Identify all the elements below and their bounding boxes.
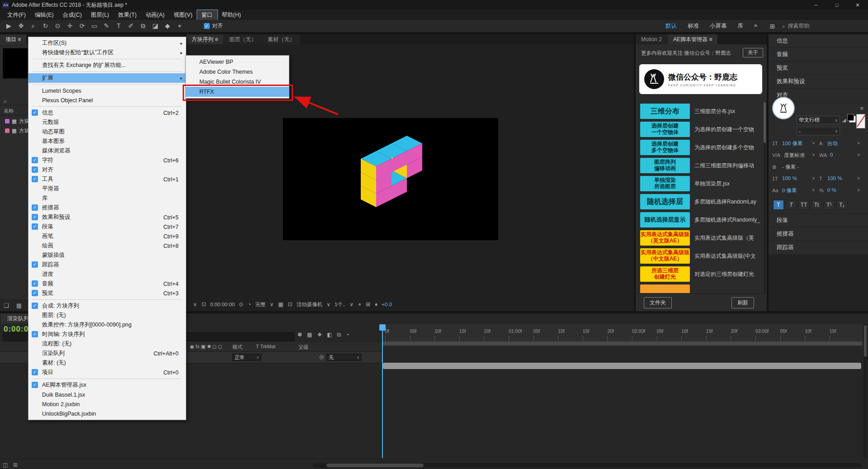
window-menu-item-1[interactable]: 将快捷键分配给“默认”工作区▸: [28, 48, 186, 57]
tracking-value[interactable]: 0: [830, 152, 833, 157]
pixel-aspect-icon[interactable]: ⌖: [358, 301, 361, 308]
text-style-toggle-0[interactable]: T: [773, 200, 784, 210]
script-button-7[interactable]: 实用表达式集高级版（英文版AE）: [640, 230, 690, 246]
menubar-item-1[interactable]: 编辑(E): [30, 10, 58, 20]
panel-header-音频[interactable]: 音频: [769, 48, 868, 61]
workspace-0[interactable]: 默认: [660, 22, 682, 30]
text-tool-icon[interactable]: T: [113, 22, 125, 30]
script-button-1[interactable]: 选择层创建一个空物体: [640, 122, 690, 137]
panel-header-预览[interactable]: 预览: [769, 62, 868, 75]
menubar-item-6[interactable]: 视图(V): [169, 10, 197, 20]
window-menu-item-5[interactable]: 扩展▸: [28, 73, 186, 83]
column-mode[interactable]: 模式: [232, 344, 242, 351]
eraser-tool-icon[interactable]: ◪: [149, 22, 161, 30]
project-search-icon[interactable]: ⌕: [4, 98, 7, 105]
workspace-grid-icon[interactable]: ⊞: [766, 23, 778, 30]
snapshot-icon[interactable]: ⊡: [202, 301, 206, 308]
comp-tab-2[interactable]: 素材（无）: [262, 34, 300, 44]
grid-options-icon[interactable]: ▦: [278, 301, 283, 308]
panel-header-信息[interactable]: 信息: [769, 34, 868, 47]
menubar-item-7[interactable]: 窗口: [197, 10, 217, 20]
window-menu-item-13[interactable]: 基本图形: [28, 137, 186, 146]
window-menu-item-15[interactable]: ✓字符Ctrl+6: [28, 156, 186, 165]
graph-editor-icon[interactable]: ◔: [346, 332, 349, 338]
script-button-10[interactable]: [640, 284, 690, 294]
window-menu-item-26[interactable]: ✓跟踪器: [28, 260, 186, 270]
timeline-vertical-scrollbar[interactable]: [863, 324, 867, 458]
window-menu-item-25[interactable]: 蒙版插值: [28, 251, 186, 260]
comp-marker-icon[interactable]: ◫: [3, 462, 8, 468]
layer-duration-bar[interactable]: [383, 363, 861, 369]
window-menu-item-43[interactable]: UnlockBigPack.jsxbin: [28, 409, 186, 418]
horizontal-scale-value[interactable]: 100 %: [827, 175, 842, 181]
magnification-select[interactable]: 完整: [255, 301, 266, 308]
camera-tool-icon[interactable]: ⊙: [52, 22, 64, 30]
window-menu-item-42[interactable]: Motion 2.jsxbin: [28, 399, 186, 409]
font-size-value[interactable]: 100 像素: [782, 140, 802, 147]
window-menu-item-24[interactable]: 绘画Ctrl+8: [28, 241, 186, 251]
window-menu-item-8[interactable]: Plexus Object Panel: [28, 95, 186, 105]
label-color-swatch[interactable]: [5, 119, 9, 123]
viewer-timecode[interactable]: 0:00:00:00: [210, 302, 235, 307]
panel-menu-icon[interactable]: ≡: [18, 36, 21, 43]
help-search-input[interactable]: ⌕ 搜索帮助: [782, 22, 863, 30]
fill-color-swatch[interactable]: [847, 114, 854, 121]
expand-icon[interactable]: ⊞: [13, 462, 18, 468]
time-ruler[interactable]: 0f05f10f15f20f01:00f05f10f15f20f02:00f05…: [382, 324, 863, 341]
timeline-horizontal-scrollbar[interactable]: [313, 463, 861, 468]
no-fill-swatch[interactable]: [856, 114, 865, 128]
window-menu-item-33[interactable]: 效果控件: 方块序列[0000-0090].png: [28, 320, 186, 330]
comp-tab-1[interactable]: 图层（无）: [224, 34, 262, 44]
kerning-value[interactable]: 度量标准: [784, 152, 805, 159]
vertical-scale-value[interactable]: 100 %: [782, 175, 797, 181]
window-menu-item-36[interactable]: 渲染队列Ctrl+Alt+0: [28, 349, 186, 358]
fast-preview-icon[interactable]: ⊞: [366, 301, 370, 308]
frame-blend-icon[interactable]: ◧: [327, 332, 332, 338]
rotate-tool-icon[interactable]: ⟳: [76, 22, 88, 30]
brush-tool-icon[interactable]: ✐: [125, 22, 137, 30]
window-menu-item-37[interactable]: 素材: (无): [28, 358, 186, 368]
window-menu-item-7[interactable]: Lumetri Scopes: [28, 86, 186, 95]
orbit-tool-icon[interactable]: ↻: [39, 22, 52, 30]
window-menu-item-17[interactable]: ✓工具Ctrl+1: [28, 175, 186, 184]
window-menu-item-0[interactable]: 工作区(S)▸: [28, 38, 186, 48]
view-layout-select[interactable]: 1个..: [335, 301, 345, 308]
pan-tool-icon[interactable]: ✛: [64, 22, 76, 30]
panel-header-段落[interactable]: 段落: [769, 214, 868, 227]
script-button-2[interactable]: 选择层创建多个空物体: [640, 140, 690, 155]
menubar-item-8[interactable]: 帮助(H): [217, 10, 245, 20]
menubar-item-2[interactable]: 合成(C): [58, 10, 86, 20]
puppet-tool-icon[interactable]: ⌖: [174, 22, 186, 30]
comp-tab-0[interactable]: 方块序列 ≡: [186, 34, 223, 44]
work-area-bar[interactable]: [382, 341, 863, 346]
tab-project[interactable]: 项目 ≡: [0, 34, 26, 44]
window-menu-item-40[interactable]: ✓AE脚本管理器.jsx: [28, 380, 186, 390]
tsume-value[interactable]: 0 %: [827, 187, 836, 193]
text-style-toggle-5[interactable]: T₁: [836, 200, 847, 210]
new-folder-icon[interactable]: ▦: [16, 302, 22, 309]
panel-menu-icon[interactable]: ≡: [213, 36, 218, 43]
window-menu-item-20[interactable]: ✓摇摆器: [28, 203, 186, 213]
text-style-toggle-4[interactable]: T¹: [824, 200, 835, 210]
workspace-1[interactable]: 标准: [682, 22, 704, 30]
current-time-indicator[interactable]: [382, 324, 383, 458]
window-menu-item-35[interactable]: 流程图: (无): [28, 339, 186, 349]
footage-interpret-icon[interactable]: ❏: [4, 302, 9, 309]
window-menu-item-18[interactable]: 平滑器: [28, 184, 186, 194]
window-menu-item-11[interactable]: 元数据: [28, 118, 186, 127]
window-menu-item-12[interactable]: 动态草图: [28, 127, 186, 137]
blend-mode-select[interactable]: 正常∨: [232, 354, 261, 361]
window-menu-item-27[interactable]: 进度: [28, 270, 186, 279]
script-button-3[interactable]: 图层阵列偏移动画: [640, 158, 690, 173]
hide-shy-icon[interactable]: ❖: [317, 332, 322, 338]
timeline-jump-icon[interactable]: ♦: [375, 301, 377, 308]
snap-toggle[interactable]: ✓ 对齐: [204, 22, 223, 30]
region-of-interest-icon[interactable]: ⊡: [288, 301, 292, 308]
exposure-value[interactable]: +0.0: [382, 302, 392, 307]
pen-tool-icon[interactable]: ✎: [100, 22, 113, 30]
window-menu-item-34[interactable]: ✓时间轴: 方块序列: [28, 330, 186, 339]
parent-pickwhip-icon[interactable]: ◎: [319, 354, 324, 360]
hand-tool-icon[interactable]: ✥: [15, 22, 27, 30]
script-button-5[interactable]: 随机选择层: [640, 194, 690, 209]
selection-tool-icon[interactable]: ▶: [3, 22, 15, 30]
